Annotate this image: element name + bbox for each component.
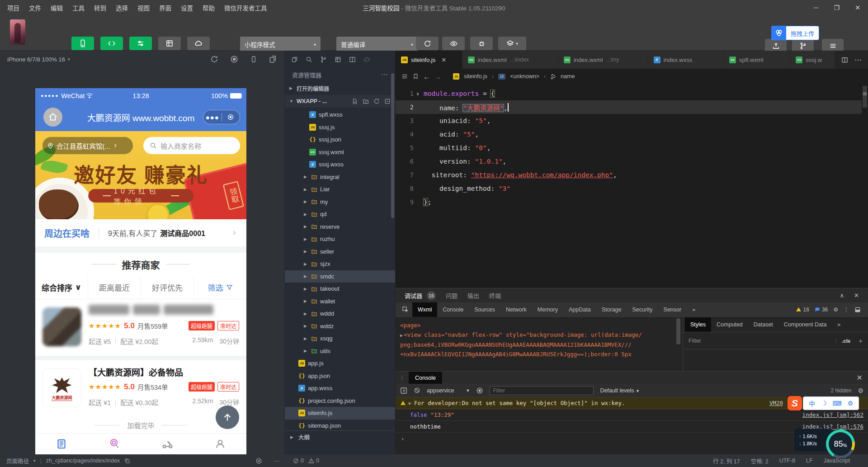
stop-sim-icon[interactable] [230, 55, 238, 63]
cls-toggle[interactable]: .cls [836, 338, 856, 344]
close-drawer-icon[interactable]: ✕ [857, 373, 868, 382]
open-editors-section[interactable]: ▶打开的编辑器 [285, 82, 395, 94]
tree-item-smdc[interactable]: ▶smdc [285, 270, 395, 283]
source-link[interactable]: index.js? [sm]:562 [802, 411, 863, 418]
nearby-purchases-bar[interactable]: 周边在买啥 9天前,有人买了 测试商品0001 [35, 219, 246, 246]
tree-item-sitemap.json[interactable]: {}sitemap.json [285, 420, 395, 430]
pages-icon[interactable] [291, 56, 298, 63]
tree-item-sssj.json[interactable]: {}sssj.json [285, 133, 395, 146]
devtools-tab-Wxml[interactable]: Wxml [412, 302, 437, 317]
styles-filter-input[interactable]: Filter [689, 338, 701, 344]
maximize-button[interactable]: ❐ [826, 0, 847, 15]
capsule-button[interactable]: ●●● [203, 110, 240, 124]
ime-glyph[interactable]: ☽ [821, 400, 827, 407]
preview-eye-icon[interactable] [255, 458, 262, 464]
home-button[interactable] [43, 108, 62, 127]
status-item[interactable]: 行 2, 列 17 [713, 457, 740, 465]
new-file-icon[interactable] [352, 98, 358, 104]
nav-forward-icon[interactable]: → [434, 73, 441, 80]
location-pill[interactable]: 合江县荔虹宾馆(... [42, 137, 133, 154]
back-to-top-button[interactable] [216, 406, 239, 429]
console-settings-icon[interactable]: ⚙ [858, 387, 863, 394]
menu-item-文件[interactable]: 文件 [29, 3, 41, 12]
menu-item-项目[interactable]: 项目 [7, 3, 19, 12]
add-style-icon[interactable]: + [856, 337, 863, 344]
more-tabs-icon[interactable]: » [687, 302, 701, 317]
clear-console-icon[interactable] [414, 387, 420, 394]
merchant-search-input[interactable]: 输入商家名称 [143, 137, 240, 154]
context-selector[interactable]: appservice▼ [427, 387, 470, 394]
wxml-line[interactable]: ▶<view class="navbar flex-row" style="ba… [400, 330, 681, 340]
status-item[interactable]: 空格: 2 [751, 457, 769, 465]
styles-tab-Computed[interactable]: Computed [711, 317, 748, 332]
minimize-button[interactable]: ─ [806, 0, 826, 15]
tree-item-wddz[interactable]: ▶wddz [285, 320, 395, 333]
editor-menu-icon[interactable] [401, 73, 408, 80]
tree-item-siteinfo.js[interactable]: JSsiteinfo.js [285, 407, 395, 420]
wxml-line[interactable]: +nxBvIAAAACklEQVQI12NgAAAAAgAB4iG8MwAAAA… [400, 349, 681, 359]
split-editor-icon[interactable] [841, 57, 848, 63]
filter-综合排序[interactable]: 综合排序∨ [35, 276, 88, 299]
tree-item-sssj.wxss[interactable]: #sssj.wxss [285, 158, 395, 171]
tree-item-integral[interactable]: ▶integral [285, 171, 395, 184]
ime-glyph[interactable]: ⌨ [833, 400, 842, 407]
collapse-panel-icon[interactable]: ∧ [840, 292, 844, 299]
outline-section[interactable]: ▶大纲 [285, 430, 395, 443]
nav-back-icon[interactable]: ← [423, 73, 430, 80]
errors-icon[interactable]: 0 [293, 458, 304, 464]
devtools-tab-Sources[interactable]: Sources [469, 302, 500, 317]
code-line-9[interactable]: 9}; [396, 195, 868, 209]
devtools-kebab-icon[interactable]: ⋮ [844, 307, 849, 313]
editor-tab-index.wxss[interactable]: #index.wxss [648, 51, 724, 69]
tree-item-sssj.wxml[interactable]: <>sssj.wxml [285, 146, 395, 159]
close-panel-icon[interactable]: ✕ [854, 292, 859, 299]
wxml-tree[interactable]: <page>▶<view class="navbar flex-row" sty… [396, 317, 683, 371]
warnings-icon[interactable]: 0 [308, 458, 319, 464]
log-levels-dropdown[interactable]: Default levels ▼ [600, 387, 639, 394]
fold-icon[interactable]: ∨ [416, 91, 424, 96]
editor-tab-spfl.wxml[interactable]: <>spfl.wxml [724, 51, 791, 69]
page-path-label[interactable]: 页面路径 [6, 457, 29, 465]
tree-item-spfl.wxss[interactable]: #spfl.wxss [285, 108, 395, 121]
editor-tab-index.wxml[interactable]: <>index.wxml...\my [558, 51, 648, 69]
tab-delivery[interactable] [141, 434, 194, 454]
devtools-tab-Network[interactable]: Network [500, 302, 532, 317]
battery-gauge[interactable]: 85% [826, 429, 855, 458]
project-root-item[interactable]: ▼WXAPP - ... [285, 95, 395, 108]
menu-item-设置[interactable]: 设置 [181, 3, 193, 12]
compile-dropdown[interactable]: 普通编译▾ [336, 37, 418, 52]
split-editor-icon[interactable] [349, 56, 356, 63]
new-folder-icon[interactable] [363, 98, 369, 104]
tree-item-seller[interactable]: ▶seller [285, 245, 395, 258]
console-filter-input[interactable] [490, 386, 594, 395]
预览-button[interactable] [442, 37, 465, 50]
avatar[interactable] [10, 19, 25, 45]
source-control-icon[interactable] [320, 56, 327, 63]
devtools-tab-Console[interactable]: Console [437, 302, 469, 317]
filter-筛选[interactable]: 筛选 [194, 276, 246, 299]
refresh-sim-icon[interactable] [210, 55, 218, 63]
explorer-scrollbar[interactable] [391, 73, 394, 218]
statusbar-more-icon[interactable]: ⋯ [274, 458, 280, 464]
tab-orders[interactable] [35, 434, 88, 454]
tree-item-app.json[interactable]: {}app.json [285, 370, 395, 382]
multi-device-icon[interactable] [269, 55, 277, 63]
tree-item-ruzhu[interactable]: ▶ruzhu [285, 233, 395, 245]
code-area[interactable]: 1∨module.exports = {2 name: "大鹏资源网",3 un… [396, 84, 868, 288]
menu-item-界面[interactable]: 界面 [159, 3, 171, 12]
devtools-tab-Memory[interactable]: Memory [532, 302, 563, 317]
merchant-card[interactable]: ★★★★★5.0月售559单超级跑腿准时达起送 ¥5配送 ¥2.00起2.59k… [35, 299, 246, 356]
wxml-scrollbar[interactable] [676, 318, 680, 344]
编译-button[interactable] [416, 37, 439, 50]
menu-item-选择[interactable]: 选择 [116, 3, 128, 12]
tree-item-xsqg[interactable]: ▶xsqg [285, 332, 395, 345]
panel-tab-终端[interactable]: 终端 [489, 291, 501, 300]
tree-item-my[interactable]: ▶my [285, 196, 395, 208]
collapse-all-icon[interactable] [384, 98, 391, 104]
menu-item-工具[interactable]: 工具 [72, 3, 85, 12]
filter-距离最近[interactable]: 距离最近 [88, 276, 141, 299]
styles-more-icon[interactable]: » [832, 317, 846, 332]
tree-item-qd[interactable]: ▶qd [285, 208, 395, 221]
editor-more-icon[interactable]: ⋯ [854, 56, 862, 64]
code-line-4[interactable]: 4 acid: "5", [396, 127, 868, 141]
